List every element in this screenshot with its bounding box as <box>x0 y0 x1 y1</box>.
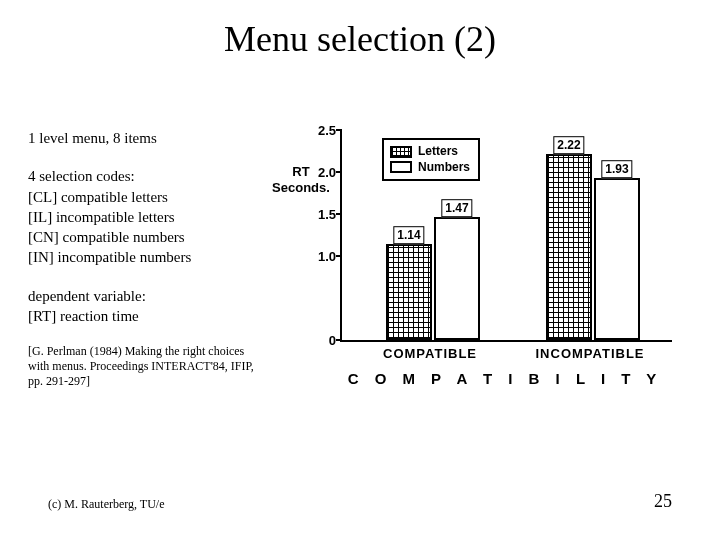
slide-title: Menu selection (2) <box>0 18 720 60</box>
description-column: 1 level menu, 8 items 4 selection codes:… <box>28 128 268 407</box>
footer-copyright: (c) M. Rauterberg, TU/e <box>48 497 165 512</box>
bar-value-il: 2.22 <box>553 136 584 154</box>
legend: Letters Numbers <box>382 138 480 181</box>
slide-number: 25 <box>654 491 672 512</box>
y-axis-label-line2: Seconds. <box>266 180 336 196</box>
legend-swatch-numbers-icon <box>390 161 412 173</box>
x-axis-title: C O M P A T I B I L I T Y <box>340 370 670 387</box>
xcat-compatible: COMPATIBLE <box>383 346 477 361</box>
ytick-1-0: 1.0 <box>304 249 336 264</box>
bar-compatible-numbers: 1.47 <box>434 217 480 340</box>
legend-row-numbers: Numbers <box>390 160 470 176</box>
code-in: [IN] incompatible numbers <box>28 247 268 267</box>
dv-line: [RT] reaction time <box>28 306 268 326</box>
bar-value-cl: 1.14 <box>393 226 424 244</box>
code-cl: [CL] compatible letters <box>28 187 268 207</box>
plot-area: Letters Numbers 1.14 1.47 2.22 1.93 <box>340 130 672 342</box>
ytick-0: 0 <box>304 333 336 348</box>
legend-swatch-letters-icon <box>390 146 412 158</box>
dv-header: dependent variable: <box>28 286 268 306</box>
legend-label-numbers: Numbers <box>418 160 470 176</box>
selection-codes: 4 selection codes: [CL] compatible lette… <box>28 166 268 267</box>
ytick-2-5: 2.5 <box>304 123 336 138</box>
codes-header: 4 selection codes: <box>28 166 268 186</box>
legend-label-letters: Letters <box>418 144 458 160</box>
slide: Menu selection (2) 1 level menu, 8 items… <box>0 0 720 540</box>
bar-value-cn: 1.47 <box>441 199 472 217</box>
bar-value-in: 1.93 <box>601 160 632 178</box>
citation: [G. Perlman (1984) Making the right choi… <box>28 344 268 389</box>
menu-spec: 1 level menu, 8 items <box>28 128 268 148</box>
bar-compatible-letters: 1.14 <box>386 244 432 340</box>
ytick-2-0: 2.0 <box>304 165 336 180</box>
code-il: [IL] incompatible letters <box>28 207 268 227</box>
rt-bar-chart: RT Seconds. 2.5 2.0 1.5 1.0 0 Letters Nu… <box>270 120 690 420</box>
legend-row-letters: Letters <box>390 144 470 160</box>
ytick-1-5: 1.5 <box>304 207 336 222</box>
xcat-incompatible: INCOMPATIBLE <box>535 346 644 361</box>
bar-incompatible-letters: 2.22 <box>546 154 592 340</box>
code-cn: [CN] compatible numbers <box>28 227 268 247</box>
dependent-variable: dependent variable: [RT] reaction time <box>28 286 268 327</box>
bar-incompatible-numbers: 1.93 <box>594 178 640 340</box>
